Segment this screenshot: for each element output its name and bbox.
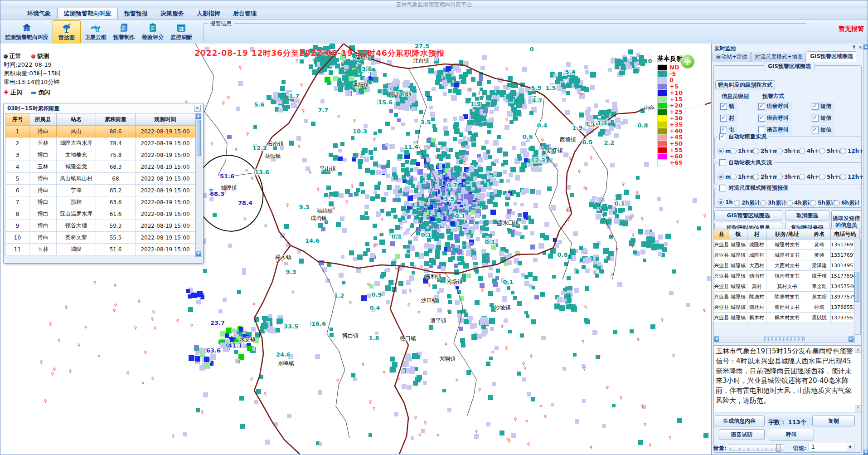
toolbar-button-4[interactable]: 预警制作 (111, 20, 138, 43)
table-row[interactable]: 5博白凤山镇凤山村682022-08-19 15:00 (6, 173, 195, 185)
radio-option-2h累计[interactable]: 2h累计 (734, 199, 760, 207)
radio-button[interactable] (753, 148, 759, 154)
table-row[interactable]: 兴业县城隍镇枫木村枫木村支书吴以悦137375511 (714, 313, 860, 323)
voice-call-checkbox-镇[interactable]: 语音呼叫 (757, 102, 792, 111)
voice-preview-button[interactable]: 语音试听 (719, 429, 765, 440)
radio-option-1h+m[interactable]: 1h+m (730, 174, 756, 180)
close-icon[interactable]: ✕ (194, 105, 201, 112)
table-row[interactable]: 兴业县城隍镇城隍村城隍村支书黄铸135176975 (714, 250, 860, 260)
menu-item-3[interactable]: 预警预报 (118, 8, 154, 19)
scroll-thumb[interactable] (764, 337, 805, 341)
sms-checkbox-村[interactable]: 短信 (810, 113, 834, 123)
toolbar-button-2[interactable]: 雷达图 (53, 20, 81, 44)
radio-button[interactable] (718, 199, 724, 205)
radio-option-3h累计[interactable]: 3h累计 (760, 199, 786, 207)
radio-button[interactable] (730, 174, 737, 180)
table-row[interactable]: 2玉林城隍大西水库78.42022-08-19 15:00 (6, 137, 195, 149)
radar-map[interactable]: 2022-08-19 12时36分至2022-08-19 12时46分累积降水预… (0, 44, 711, 455)
radio-option-m[interactable]: m (718, 174, 731, 180)
radio-button[interactable] (734, 200, 740, 206)
level-checkbox-镇[interactable]: 镇 (719, 102, 737, 111)
speed-select[interactable]: 1 ▼ (809, 443, 854, 451)
radio-option-1h[interactable]: 1h (718, 199, 733, 205)
panel-tab-3[interactable]: GIS预警区域圈选 (807, 51, 856, 62)
checkbox[interactable] (720, 127, 727, 133)
scroll-down-icon[interactable]: ▼ (855, 405, 861, 411)
checkbox[interactable] (812, 127, 819, 133)
radio-button[interactable] (776, 174, 783, 180)
sms-checkbox-屯[interactable]: 短信 (810, 125, 834, 135)
table-row[interactable]: 10博白英桥文黎55.52022-08-19 15:00 (6, 232, 195, 244)
radio-button[interactable] (799, 174, 805, 180)
radio-option-2h+m[interactable]: 2h+m (753, 148, 778, 154)
checkbox[interactable] (812, 115, 819, 122)
contact-col-header[interactable]: 职务/地址 (766, 229, 808, 240)
contact-col-header[interactable]: 电话号码 (831, 229, 860, 240)
contact-col-header[interactable]: 村 (747, 229, 766, 240)
contact-col-header[interactable]: 镇 (729, 229, 747, 240)
toolbar-button-3[interactable]: 卫星云图 (82, 20, 109, 43)
radio-option-5h累计[interactable]: 5h累计 (810, 199, 836, 207)
panel-tab-2[interactable]: 对流尺度模式+地图 (752, 52, 806, 62)
rain-col-header[interactable]: 所属县 (29, 113, 57, 126)
scroll-up-icon[interactable]: ▲ (863, 44, 868, 49)
rain-col-header[interactable]: 站名 (57, 113, 96, 126)
close-icon[interactable]: ✕ (858, 45, 863, 50)
scroll-thumb[interactable] (196, 120, 201, 156)
toolbar-button-6[interactable]: 监控刷新 (168, 20, 195, 43)
warning-message-text[interactable]: 玉林市气象台19日5时15分发布暴雨橙色预警信号：4时以来兴业县城隍大西水库已出… (713, 345, 861, 412)
copy-message-button[interactable]: 复制 (812, 416, 855, 426)
table-row[interactable]: 兴业县城隍镇大西村大西村支书梁泽建130149571 (714, 260, 860, 271)
map-zoom-button[interactable]: + (680, 54, 695, 69)
contact-col-header[interactable]: 姓名 (808, 229, 831, 240)
radio-button[interactable] (730, 148, 737, 154)
radio-button[interactable] (799, 148, 805, 154)
radio-option-2h+m[interactable]: 2h+m (753, 174, 778, 180)
wind-group-checkbox[interactable] (719, 159, 726, 166)
table-row[interactable]: 3博白文地姜充75.82022-08-19 15:00 (6, 149, 195, 161)
table-row[interactable]: 7博白那林63.62022-08-19 15:00 (6, 196, 195, 208)
scroll-down-icon[interactable]: ▼ (863, 450, 868, 455)
contact-table-vscrollbar[interactable] (854, 239, 861, 335)
menu-item-2[interactable]: 监测预警靶向叫应 (57, 8, 118, 19)
voice-call-checkbox-村[interactable]: 语音呼叫 (757, 113, 792, 123)
radio-button[interactable] (718, 174, 724, 180)
panel-tab-1[interactable]: 自动站+雷达 (713, 52, 751, 62)
radio-button[interactable] (760, 200, 766, 206)
table-row[interactable]: 8博白亚山温罗水库61.62022-08-19 15:00 (6, 208, 195, 220)
radio-option-3h+m[interactable]: 3h+m (776, 148, 802, 154)
rain-col-header[interactable]: 观测时间 (136, 113, 195, 126)
menu-item-5[interactable]: 人影指挥 (190, 8, 227, 19)
checkbox[interactable] (812, 103, 819, 110)
pin-icon[interactable] (851, 45, 857, 50)
radio-button[interactable] (819, 148, 825, 154)
scroll-right-icon[interactable]: ▶ (849, 336, 853, 342)
radio-button[interactable] (753, 174, 759, 180)
checkbox[interactable] (758, 127, 765, 133)
menu-item-1[interactable]: 环境气象 (21, 8, 57, 19)
table-row[interactable]: 兴业县城隍镇镇南村镇南村支书谭于模151775946 (714, 271, 860, 281)
radio-option-6h累计[interactable]: 6h累计 (834, 199, 860, 207)
radio-button[interactable] (810, 200, 816, 206)
radio-option-1h+m[interactable]: 1h+m (730, 148, 756, 154)
checkbox[interactable] (720, 115, 727, 122)
checkbox[interactable] (758, 115, 765, 122)
table-row[interactable]: 4玉林城隍金党68.32022-08-19 15:00 (6, 161, 195, 173)
table-row[interactable]: 兴业县城隍镇陈塘村陈塘村支书莫文绍139775796 (714, 292, 860, 302)
table-row[interactable]: 6博白宁潭65.22022-08-19 15:00 (6, 185, 195, 196)
scroll-thumb[interactable] (854, 272, 859, 302)
toolbar-button-1[interactable]: 监测预警靶向叫应 (2, 20, 51, 43)
table-row[interactable]: 兴业县城隍镇塘肚村塘肚村支书钟塔137885534 (714, 302, 860, 313)
rain-group-checkbox[interactable] (719, 133, 726, 140)
radio-button[interactable] (786, 200, 793, 206)
level-checkbox-村[interactable]: 村 (719, 113, 737, 123)
rain-col-header[interactable]: 序号 (6, 113, 29, 126)
table-row[interactable]: 1博白凤山86.62022-08-19 15:00 (6, 126, 195, 137)
radio-button[interactable] (776, 148, 783, 154)
panel-outer-scrollbar[interactable]: ▲ ▼ (863, 44, 868, 455)
call-level-mode-button[interactable]: 靶向叫应的级别和方式 (715, 80, 775, 89)
contact-table-hscrollbar[interactable]: ◀ ▶ (713, 336, 855, 343)
table-row[interactable]: 兴业县城隍镇城隍村城隍村支书黄铸135176975 (714, 240, 860, 250)
call-button[interactable]: 呼叫 (769, 429, 814, 440)
table-row[interactable]: 9博白顿谷大塘59.32022-08-19 15:00 (6, 220, 195, 232)
